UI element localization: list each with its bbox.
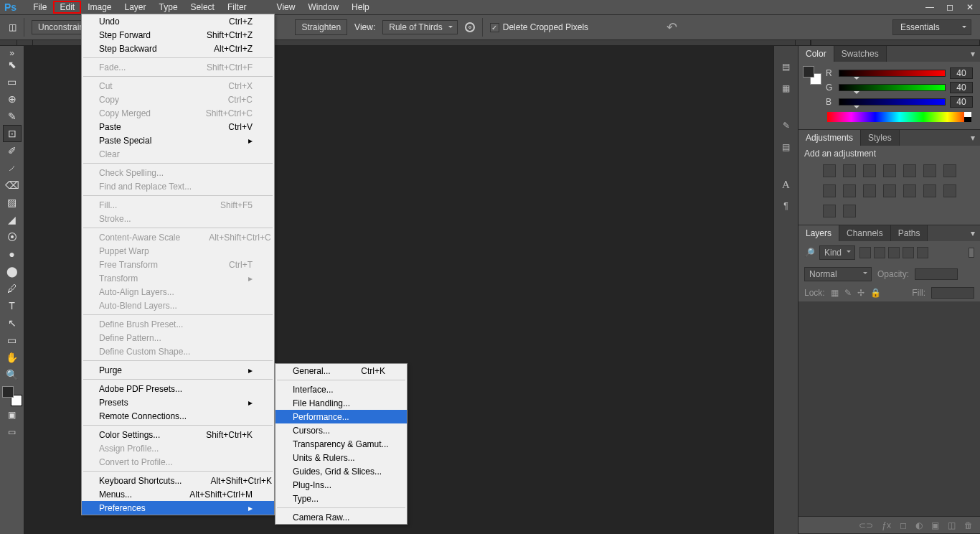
minimize-button[interactable]: —	[920, 1, 940, 14]
new-fill-icon[interactable]: ◐	[915, 520, 923, 530]
adjustment-icon[interactable]	[883, 164, 896, 177]
menu-layer[interactable]: Layer	[118, 1, 153, 14]
adjustment-icon[interactable]	[843, 184, 856, 197]
menu-edit[interactable]: Edit	[53, 1, 81, 14]
tool-16[interactable]: ▭	[3, 332, 22, 349]
opacity-field[interactable]	[915, 268, 958, 280]
crop-tool-icon[interactable]: ◫	[9, 22, 17, 32]
lock-position-icon[interactable]: ✢	[857, 288, 864, 298]
tool-4[interactable]: ⊡	[3, 125, 22, 142]
adjustment-icon[interactable]	[823, 184, 836, 197]
filter-smart-icon[interactable]	[917, 247, 928, 258]
tool-0[interactable]: ⬉	[3, 56, 22, 73]
layer-kind-dropdown[interactable]: Kind	[819, 245, 855, 260]
history-icon[interactable]: ▤	[777, 57, 796, 76]
menu-item[interactable]: Guides, Grid & Slices...	[275, 464, 407, 478]
menu-type[interactable]: Type	[153, 1, 184, 14]
layer-style-icon[interactable]: ƒx	[882, 520, 891, 530]
adjustment-icon[interactable]	[823, 205, 836, 217]
close-button[interactable]: ✕	[960, 1, 980, 14]
menu-item[interactable]: File Handling...	[275, 396, 407, 410]
menu-item[interactable]: Type...	[275, 492, 407, 505]
adjustment-icon[interactable]	[843, 205, 856, 217]
adjustment-icon[interactable]	[923, 184, 936, 197]
menu-file[interactable]: File	[27, 1, 53, 14]
filter-type-icon[interactable]	[888, 247, 900, 258]
tab-paths[interactable]: Paths	[891, 225, 928, 241]
panel-menu-icon[interactable]: ▾	[966, 130, 980, 146]
gear-icon[interactable]	[465, 22, 475, 32]
reset-icon[interactable]: ↶	[666, 19, 677, 35]
tool-7[interactable]: ⌫	[3, 177, 22, 194]
menu-item[interactable]: Units & Rulers...	[275, 451, 407, 464]
g-value[interactable]: 40	[950, 82, 973, 93]
tool-14[interactable]: T	[3, 297, 22, 314]
menu-item[interactable]: Adobe PDF Presets...	[82, 382, 274, 395]
lock-all-icon[interactable]: 🔒	[870, 288, 881, 298]
quickmask-icon[interactable]: ▣	[3, 406, 22, 423]
menu-image[interactable]: Image	[81, 1, 118, 14]
tab-styles[interactable]: Styles	[861, 130, 900, 146]
menu-help[interactable]: Help	[345, 1, 376, 14]
tool-18[interactable]: 🔍	[3, 366, 22, 383]
straighten-button[interactable]: Straighten	[295, 19, 347, 35]
adjustment-icon[interactable]	[843, 164, 856, 177]
tool-11[interactable]: ●	[3, 245, 22, 263]
lock-transparency-icon[interactable]: ▦	[831, 288, 839, 298]
tool-3[interactable]: ✎	[3, 108, 22, 125]
workspace-dropdown[interactable]: Essentials	[892, 19, 971, 35]
menu-item[interactable]: Presets▸	[82, 395, 274, 409]
menu-item[interactable]: UndoCtrl+Z	[82, 14, 274, 28]
menu-item[interactable]: Interface...	[275, 383, 407, 396]
menu-item[interactable]: Cursors...	[275, 423, 407, 437]
b-slider[interactable]	[839, 98, 946, 106]
menu-window[interactable]: Window	[301, 1, 345, 14]
tool-10[interactable]: ⦿	[3, 228, 22, 245]
tool-13[interactable]: 🖊	[3, 280, 22, 297]
menu-item[interactable]: Remote Connections...	[82, 409, 274, 423]
delete-layer-icon[interactable]: 🗑	[964, 520, 973, 530]
menu-item[interactable]: Purge▸	[82, 363, 274, 377]
tab-channels[interactable]: Channels	[839, 225, 891, 241]
tool-12[interactable]: ⬤	[3, 263, 22, 280]
foreground-background-swatch[interactable]	[2, 386, 22, 406]
maximize-button[interactable]: ◻	[940, 1, 960, 14]
menu-item[interactable]: Transparency & Gamut...	[275, 437, 407, 451]
link-layers-icon[interactable]: ⊂⊃	[859, 520, 873, 530]
brush-icon[interactable]: ✎	[777, 116, 796, 135]
adjustment-icon[interactable]	[903, 184, 916, 197]
tool-2[interactable]: ⊕	[3, 90, 22, 108]
menu-item[interactable]: Performance...	[275, 410, 407, 423]
filter-adjust-icon[interactable]	[874, 247, 885, 258]
g-slider[interactable]	[839, 84, 946, 91]
paragraph-icon[interactable]: ¶	[777, 197, 796, 215]
layer-mask-icon[interactable]: ◻	[900, 520, 907, 530]
tool-8[interactable]: ▨	[3, 194, 22, 211]
menu-select[interactable]: Select	[184, 1, 221, 14]
tool-1[interactable]: ▭	[3, 73, 22, 90]
character-icon[interactable]: A	[777, 175, 796, 194]
menu-item[interactable]: Paste Special▸	[82, 134, 274, 147]
r-slider[interactable]	[839, 70, 946, 77]
menu-item[interactable]: Color Settings...Shift+Ctrl+K	[82, 428, 274, 441]
adjustment-icon[interactable]	[943, 184, 956, 197]
adjustment-icon[interactable]	[923, 164, 936, 177]
menu-item[interactable]: General...Ctrl+K	[275, 364, 407, 378]
toolbox-collapse[interactable]: »	[3, 50, 22, 56]
tool-15[interactable]: ↖	[3, 314, 22, 332]
delete-cropped-checkbox[interactable]: Delete Cropped Pixels	[490, 22, 588, 32]
menu-item[interactable]: Camera Raw...	[275, 510, 407, 524]
panel-menu-icon[interactable]: ▾	[966, 225, 980, 241]
tab-layers[interactable]: Layers	[798, 225, 839, 241]
filter-toggle[interactable]	[969, 248, 974, 258]
adjustment-icon[interactable]	[943, 164, 956, 177]
fill-field[interactable]	[931, 287, 974, 299]
screenmode-icon[interactable]: ▭	[3, 423, 22, 441]
tool-5[interactable]: ✐	[3, 142, 22, 159]
panel-menu-icon[interactable]: ▾	[966, 46, 980, 62]
spectrum-bar[interactable]	[827, 112, 971, 122]
tool-17[interactable]: ✋	[3, 349, 22, 366]
menu-item[interactable]: Menus...Alt+Shift+Ctrl+M	[82, 487, 274, 501]
actions-icon[interactable]: ▦	[777, 79, 796, 98]
lock-image-icon[interactable]: ✎	[844, 288, 852, 298]
